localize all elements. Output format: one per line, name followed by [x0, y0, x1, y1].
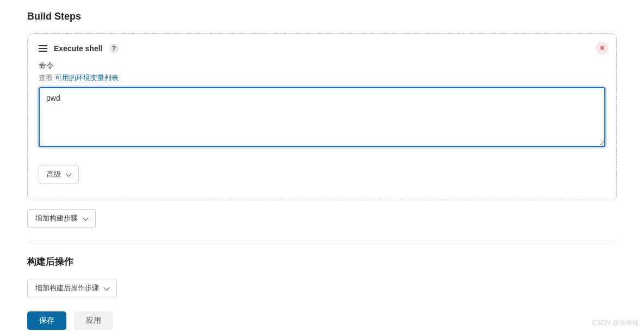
chevron-down-icon — [103, 284, 109, 290]
command-textarea[interactable] — [39, 87, 605, 147]
delete-step-button[interactable]: × — [596, 41, 609, 54]
build-steps-title: Build Steps — [27, 11, 617, 22]
env-vars-link[interactable]: 可用的环境变量列表 — [55, 73, 119, 82]
apply-button[interactable]: 应用 — [74, 311, 113, 330]
add-build-step-label: 增加构建步骤 — [35, 213, 78, 223]
advanced-dropdown[interactable]: 高级 — [39, 165, 79, 183]
close-icon: × — [600, 44, 604, 52]
hint-prefix: 查看 — [39, 73, 53, 82]
step-title: Execute shell — [54, 44, 103, 53]
add-post-build-step-button[interactable]: 增加构建后操作步骤 — [27, 279, 117, 297]
action-buttons: 保存 应用 — [27, 311, 617, 330]
add-post-build-label: 增加构建后操作步骤 — [35, 283, 99, 293]
save-button[interactable]: 保存 — [27, 311, 66, 330]
chevron-down-icon — [65, 170, 71, 176]
drag-handle-icon[interactable] — [39, 45, 47, 52]
command-label: 命令 — [39, 61, 605, 71]
add-build-step-button[interactable]: 增加构建步骤 — [27, 209, 96, 228]
build-step-box: Execute shell ? × 命令 查看 可用的环境变量列表 高级 — [27, 33, 617, 200]
section-divider — [27, 243, 617, 243]
chevron-down-icon — [82, 214, 88, 220]
help-icon[interactable]: ? — [109, 44, 119, 53]
advanced-label: 高级 — [47, 169, 61, 179]
post-build-title: 构建后操作 — [27, 255, 617, 268]
hint-row: 查看 可用的环境变量列表 — [39, 73, 605, 83]
step-header: Execute shell ? — [39, 44, 605, 53]
